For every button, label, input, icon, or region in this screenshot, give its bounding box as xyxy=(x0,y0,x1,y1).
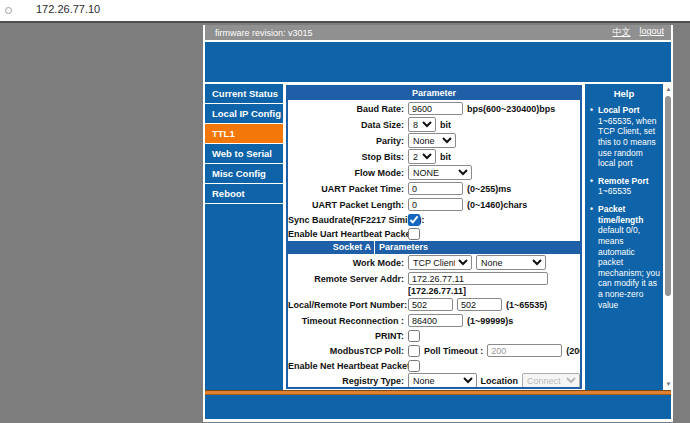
data-size-label: Data Size: xyxy=(288,120,408,130)
help-item-remote-port: • Remote Port1~65535 xyxy=(590,176,660,197)
vertical-scrollbar[interactable]: ▲ ▼ xyxy=(664,84,671,390)
data-size-select[interactable]: 8 xyxy=(408,117,436,132)
remote-server-current-row: [172.26.77.11] xyxy=(288,286,580,296)
sidebar-item-ttl1[interactable]: TTL1 xyxy=(205,124,283,144)
help-item-local-port: • Local Port1~65535, when TCP Client, se… xyxy=(590,105,660,169)
uart-heartbeat-row: Enable Uart Heartbeat Packet: xyxy=(288,227,580,240)
data-size-hint: bit xyxy=(440,120,451,130)
remote-server-input[interactable] xyxy=(408,272,548,285)
timeout-reconnection-hint: (1~99999)s xyxy=(467,316,513,326)
local-port-input[interactable] xyxy=(408,298,453,311)
port-number-row: Local/Remote Port Number: (1~65535) xyxy=(288,297,580,312)
print-row: PRINT: xyxy=(288,329,580,342)
parity-row: Parity: None xyxy=(288,133,580,148)
location-label: Location xyxy=(481,376,519,386)
uart-packet-length-row: UART Packet Length: (0~1460)chars xyxy=(288,197,580,212)
registry-type-label: Registry Type: xyxy=(288,376,408,386)
language-link[interactable]: 中文 xyxy=(612,26,630,39)
footer-bar xyxy=(205,395,671,419)
parameter-panel: Parameter Baud Rate: bps(600~230400)bps … xyxy=(285,84,583,390)
scrollbar-thumb[interactable] xyxy=(665,96,671,296)
poll-timeout-input[interactable] xyxy=(487,344,562,357)
sidebar-item-web-to-serial[interactable]: Web to Serial xyxy=(205,144,283,164)
remote-server-current: [172.26.77.11] xyxy=(408,286,466,296)
work-mode-a-label: Work Mode: xyxy=(288,258,408,268)
bullet-icon: • xyxy=(590,204,598,310)
sidebar-item-reboot[interactable]: Reboot xyxy=(205,184,283,204)
uart-packet-length-label: UART Packet Length: xyxy=(288,200,408,210)
remote-server-label: Remote Server Addr: xyxy=(288,274,408,284)
socket-a-subtitle: Parameters xyxy=(375,241,428,254)
device-config-page: firmware revision: v3015 中文 logout Curre… xyxy=(203,25,673,422)
socket-a-title: Socket A xyxy=(288,241,375,254)
logout-link[interactable]: logout xyxy=(639,26,664,39)
data-size-row: Data Size: 8 bit xyxy=(288,117,580,132)
work-mode-a-select[interactable]: TCP Client xyxy=(408,255,472,270)
scroll-up-icon[interactable]: ▲ xyxy=(664,85,671,94)
stop-bits-label: Stop Bits: xyxy=(288,152,408,162)
help-list: • Local Port1~65535, when TCP Client, se… xyxy=(587,103,661,310)
help-title: Help xyxy=(587,86,661,103)
baud-rate-hint: bps(600~230400)bps xyxy=(467,104,555,114)
scroll-down-icon[interactable]: ▼ xyxy=(664,380,671,389)
uart-heartbeat-label: Enable Uart Heartbeat Packet: xyxy=(288,229,408,239)
address-url: 172.26.77.10 xyxy=(36,3,100,15)
flow-mode-row: Flow Mode: NONE xyxy=(288,165,580,180)
firmware-bar: firmware revision: v3015 中文 logout xyxy=(205,25,671,40)
timeout-reconnection-row: Timeout Reconnection : (1~99999)s xyxy=(288,313,580,328)
header-banner xyxy=(205,42,671,82)
parameter-table-header: Parameter xyxy=(288,87,580,100)
port-number-label: Local/Remote Port Number: xyxy=(288,300,408,310)
flow-mode-select[interactable]: NONE xyxy=(408,165,472,180)
modbus-poll-row: ModbusTCP Poll: Poll Timeout : (200~9999… xyxy=(288,343,580,358)
sync-baudrate-label: Sync Baudrate(RF2217 Similar): xyxy=(288,215,408,225)
bullet-icon: • xyxy=(590,176,598,197)
poll-timeout-hint: (200~9999) ms xyxy=(566,346,580,356)
help-panel: Help • Local Port1~65535, when TCP Clien… xyxy=(585,84,663,390)
help-item-packet-time-length: • Packet time/lengthdefault 0/0, means a… xyxy=(590,204,660,310)
work-mode-a-row: Work Mode: TCP Client None xyxy=(288,255,580,270)
parameter-table: Parameter Baud Rate: bps(600~230400)bps … xyxy=(286,85,582,389)
baud-rate-input[interactable] xyxy=(408,102,463,115)
uart-packet-length-input[interactable] xyxy=(408,198,463,211)
site-circle-icon xyxy=(5,7,12,14)
browser-viewport: firmware revision: v3015 中文 logout Curre… xyxy=(0,21,690,423)
remote-port-input[interactable] xyxy=(457,298,502,311)
browser-strip: 172.26.77.10 xyxy=(0,0,690,21)
net-heartbeat-row: Enable Net Heartbeat Packet: xyxy=(288,359,580,372)
poll-timeout-label: Poll Timeout : xyxy=(424,346,483,356)
registry-type-row: Registry Type: None Location Connect Wit… xyxy=(288,373,580,388)
sidebar-item-current-status[interactable]: Current Status xyxy=(205,84,283,104)
baud-rate-label: Baud Rate: xyxy=(288,104,408,114)
parity-label: Parity: xyxy=(288,136,408,146)
work-mode-a-sub-select[interactable]: None xyxy=(476,255,546,270)
uart-packet-time-row: UART Packet Time: (0~255)ms xyxy=(288,181,580,196)
socket-a-section-header: Socket A Parameters xyxy=(288,241,580,254)
remote-server-row: Remote Server Addr: xyxy=(288,271,580,286)
uart-packet-length-hint: (0~1460)chars xyxy=(467,200,527,210)
bullet-icon: • xyxy=(590,105,598,169)
modbus-poll-label: ModbusTCP Poll: xyxy=(288,346,408,356)
stop-bits-select[interactable]: 2 xyxy=(408,149,436,164)
port-number-hint: (1~65535) xyxy=(506,300,547,310)
sidebar-item-local-ip-config[interactable]: Local IP Config xyxy=(205,104,283,124)
timeout-reconnection-input[interactable] xyxy=(408,314,463,327)
uart-packet-time-input[interactable] xyxy=(408,182,463,195)
modbus-poll-checkbox[interactable] xyxy=(408,345,420,357)
parity-select[interactable]: None xyxy=(408,133,456,148)
print-checkbox[interactable] xyxy=(408,330,420,342)
uart-packet-time-label: UART Packet Time: xyxy=(288,184,408,194)
firmware-revision-text: firmware revision: v3015 xyxy=(215,28,313,38)
sidebar-nav: Current Status Local IP Config TTL1 Web … xyxy=(205,84,283,390)
sidebar-item-misc-config[interactable]: Misc Config xyxy=(205,164,283,184)
timeout-reconnection-label: Timeout Reconnection : xyxy=(288,316,408,326)
flow-mode-label: Flow Mode: xyxy=(288,168,408,178)
print-label: PRINT: xyxy=(288,331,408,341)
registry-type-select[interactable]: None xyxy=(408,373,477,388)
net-heartbeat-checkbox[interactable] xyxy=(408,360,420,372)
net-heartbeat-label: Enable Net Heartbeat Packet: xyxy=(288,361,408,371)
location-select[interactable]: Connect With xyxy=(522,373,580,388)
sync-baudrate-checkbox[interactable] xyxy=(408,214,420,226)
uart-heartbeat-checkbox[interactable] xyxy=(408,228,420,240)
sync-baudrate-row: Sync Baudrate(RF2217 Similar): xyxy=(288,213,580,226)
